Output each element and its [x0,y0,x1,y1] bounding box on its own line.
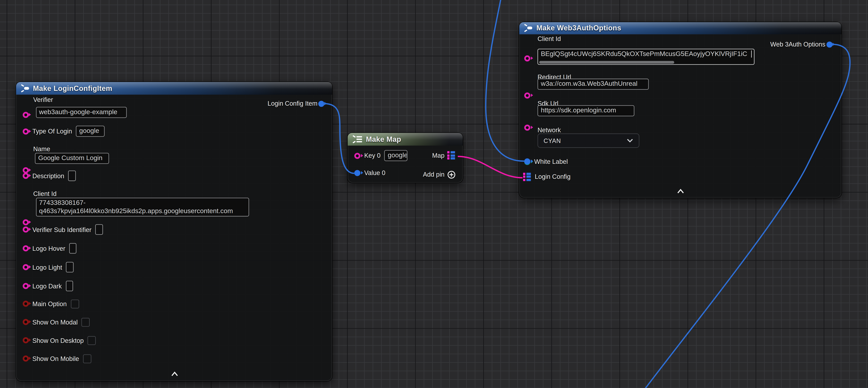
make-struct-icon [524,24,533,32]
input-pin-show-on-mobile[interactable] [23,356,29,362]
client-id-scrollbar[interactable] [539,61,674,63]
input-pin-white-label[interactable] [524,158,530,165]
sdk-url-field[interactable]: https://sdk.openlogin.com [537,105,634,116]
pin-label-show-on-modal: Show On Modal [32,319,78,326]
pin-label-show-on-mobile: Show On Mobile [32,355,79,362]
output-pin-label-login-config-item: Login Config Item [268,100,317,107]
input-pin-show-on-modal[interactable] [23,319,29,325]
pin-label-verifier-sub-identifier: Verifier Sub Identifier [32,226,91,233]
row-value-0: Value 0 [354,169,385,176]
row-show-on-mobile: Show On Mobile [23,355,91,363]
add-pin-icon[interactable] [447,171,456,179]
row-logo-dark: Logo Dark [23,281,73,291]
row-key-0: Key 0 google [354,150,408,161]
input-pin-client-id[interactable] [524,55,530,61]
collapse-icon[interactable] [170,371,179,377]
row-description: Description [23,171,76,181]
pin-label-network: Network [537,127,561,133]
pin-label-key-0: Key 0 [364,152,380,159]
show-on-mobile-checkbox[interactable] [83,355,91,363]
input-pin-show-on-desktop[interactable] [23,337,29,344]
redirect-url-field[interactable]: w3a://com.w3a.Web3AuthUnreal [537,79,649,90]
input-pin-main-option[interactable] [23,301,29,307]
input-pin-login-config-icon[interactable] [523,173,531,181]
output-pin-web3auth-options[interactable] [826,41,832,47]
input-pin-logo-hover[interactable] [23,245,29,251]
pin-label-white-label: White Label [534,158,568,165]
input-pin-verifier-sub-identifier[interactable] [23,227,29,233]
output-pin-login-config-item[interactable] [318,100,324,107]
row-main-option: Main Option [23,299,79,308]
pin-label-logo-light: Logo Light [32,264,62,270]
row-show-on-desktop: Show On Desktop [23,336,96,345]
pin-label-client-id: Client Id [33,190,57,197]
input-pin-logo-dark[interactable] [23,283,29,289]
make-struct-icon [20,84,30,92]
node-header-make-loginconfigitem[interactable]: Make LoginConfigItem [16,82,332,94]
client-id-field[interactable]: 774338308167-q463s7kpvja16l4l0kko3nb925i… [36,198,249,216]
collapse-icon[interactable] [676,188,684,193]
node-make-map[interactable]: Make Map Key 0 google Value 0 Map Add pi… [348,133,463,183]
dropdown-chevron-icon [626,138,633,143]
output-pin-label-map: Map [432,152,444,159]
pin-label-name: Name [33,146,50,152]
description-field[interactable] [68,171,76,181]
output-pin-label-web3auth-options: Web 3Auth Options [770,40,825,47]
input-pin-redirect-url[interactable] [524,92,530,98]
pin-label-show-on-desktop: Show On Desktop [32,337,84,344]
pin-label-verifier: Verifier [33,96,53,103]
show-on-modal-checkbox[interactable] [82,318,90,327]
verifier-field[interactable]: web3auth-google-example [36,107,127,118]
pin-label-client-id: Client Id [537,35,561,42]
pin-label-main-option: Main Option [32,300,67,307]
pin-label-login-config: Login Config [535,173,570,180]
node-title: Make Web3AuthOptions [536,24,621,32]
blueprint-viewport: Make LoginConfigItem Login Config Item V… [0,0,868,388]
pin-label-logo-dark: Logo Dark [32,283,62,290]
node-make-loginconfigitem[interactable]: Make LoginConfigItem Login Config Item V… [16,82,332,381]
main-option-checkbox[interactable] [70,299,79,308]
node-header-make-map[interactable]: Make Map [348,133,463,145]
input-pin-sdk-url[interactable] [524,125,530,131]
row-type-of-login: Type Of Login google [23,126,105,137]
make-map-icon [352,135,363,143]
row-show-on-modal: Show On Modal [23,318,90,327]
node-title: Make Map [366,135,401,143]
node-make-web3authoptions[interactable]: Make Web3AuthOptions Web 3Auth Options C… [519,22,841,197]
node-header-make-web3authoptions[interactable]: Make Web3AuthOptions [519,22,841,34]
input-pin-verifier[interactable] [23,112,29,118]
key-0-field[interactable]: google [384,150,408,161]
network-dropdown-value: CYAN [544,137,561,144]
add-pin-label: Add pin [423,171,445,178]
row-verifier-sub-identifier: Verifier Sub Identifier [23,224,103,235]
type-of-login-field[interactable]: google [76,126,105,137]
row-login-config: Login Config [523,173,570,181]
input-pin-logo-light[interactable] [23,264,29,270]
logo-dark-field[interactable] [66,281,73,291]
row-logo-hover: Logo Hover [23,243,77,253]
input-pin-value-0[interactable] [354,170,361,176]
input-pin-key-0[interactable] [354,153,361,159]
node-title: Make LoginConfigItem [33,84,112,92]
row-white-label: White Label [524,158,568,165]
logo-light-field[interactable] [66,262,73,272]
pin-label-value-0: Value 0 [364,169,385,176]
text-cursor [751,50,752,57]
verifier-sub-identifier-field[interactable] [95,224,103,235]
pin-label-description: Description [32,173,64,179]
name-field[interactable]: Google Custom Login [35,153,109,163]
input-pin-description[interactable] [23,173,29,179]
input-pin-type-of-login[interactable] [23,128,29,134]
row-logo-light: Logo Light [23,262,73,272]
network-dropdown[interactable]: CYAN [537,133,639,147]
show-on-desktop-checkbox[interactable] [88,336,96,345]
output-pin-map-icon[interactable] [447,151,455,160]
pin-label-logo-hover: Logo Hover [32,245,65,252]
logo-hover-field[interactable] [69,243,77,253]
pin-label-type-of-login: Type Of Login [32,128,72,135]
